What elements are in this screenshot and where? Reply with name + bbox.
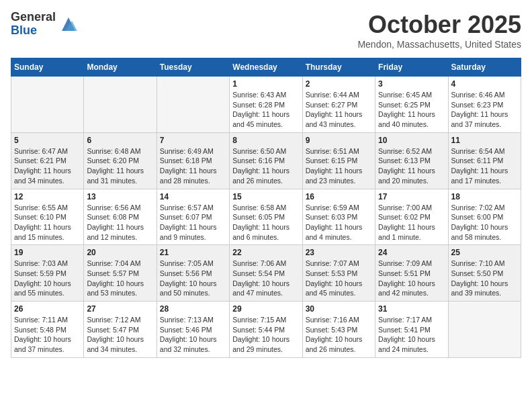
- logo: General Blue: [11, 11, 79, 38]
- day-info: Sunrise: 6:48 AM Sunset: 6:20 PM Dayligh…: [87, 146, 153, 186]
- day-number: 17: [378, 192, 445, 201]
- calendar-cell: 29Sunrise: 7:15 AM Sunset: 5:44 PM Dayli…: [230, 302, 302, 358]
- day-number: 19: [14, 248, 81, 257]
- title-block: October 2025 Mendon, Massachusetts, Unit…: [357, 11, 521, 50]
- weekday-header: Tuesday: [157, 58, 229, 77]
- calendar-cell: 24Sunrise: 7:09 AM Sunset: 5:51 PM Dayli…: [375, 245, 448, 302]
- day-info: Sunrise: 7:07 AM Sunset: 5:53 PM Dayligh…: [306, 259, 372, 298]
- day-number: 25: [451, 248, 518, 257]
- calendar-cell: 22Sunrise: 7:06 AM Sunset: 5:54 PM Dayli…: [230, 245, 302, 302]
- day-info: Sunrise: 6:47 AM Sunset: 6:21 PM Dayligh…: [14, 146, 81, 186]
- calendar-cell: 7Sunrise: 6:49 AM Sunset: 6:18 PM Daylig…: [157, 132, 229, 189]
- weekday-header: Monday: [84, 58, 157, 77]
- day-info: Sunrise: 6:55 AM Sunset: 6:10 PM Dayligh…: [14, 203, 81, 242]
- day-info: Sunrise: 7:10 AM Sunset: 5:50 PM Dayligh…: [451, 259, 518, 298]
- weekday-header: Wednesday: [230, 58, 302, 77]
- calendar-cell: 2Sunrise: 6:44 AM Sunset: 6:27 PM Daylig…: [302, 77, 375, 133]
- calendar-cell: 30Sunrise: 7:16 AM Sunset: 5:43 PM Dayli…: [302, 302, 375, 358]
- month-title: October 2025: [357, 11, 521, 39]
- day-number: 2: [306, 79, 372, 89]
- calendar-cell: 3Sunrise: 6:45 AM Sunset: 6:25 PM Daylig…: [375, 77, 448, 133]
- day-info: Sunrise: 7:04 AM Sunset: 5:57 PM Dayligh…: [87, 259, 153, 298]
- day-info: Sunrise: 6:59 AM Sunset: 6:03 PM Dayligh…: [306, 203, 372, 242]
- calendar-cell: [157, 77, 229, 133]
- day-info: Sunrise: 6:46 AM Sunset: 6:23 PM Dayligh…: [451, 90, 518, 130]
- day-info: Sunrise: 7:06 AM Sunset: 5:54 PM Dayligh…: [232, 259, 299, 298]
- day-info: Sunrise: 7:09 AM Sunset: 5:51 PM Dayligh…: [378, 259, 445, 298]
- day-info: Sunrise: 6:43 AM Sunset: 6:28 PM Dayligh…: [232, 90, 299, 130]
- day-number: 11: [451, 136, 518, 145]
- day-number: 28: [160, 304, 226, 314]
- day-number: 18: [451, 192, 518, 201]
- calendar-cell: 13Sunrise: 6:56 AM Sunset: 6:08 PM Dayli…: [84, 189, 157, 245]
- day-info: Sunrise: 6:50 AM Sunset: 6:16 PM Dayligh…: [232, 146, 299, 186]
- day-number: 16: [306, 192, 372, 201]
- day-info: Sunrise: 7:16 AM Sunset: 5:43 PM Dayligh…: [306, 315, 372, 355]
- day-number: 30: [306, 304, 372, 314]
- day-number: 10: [378, 136, 445, 145]
- calendar-cell: 15Sunrise: 6:58 AM Sunset: 6:05 PM Dayli…: [230, 189, 302, 245]
- calendar-cell: 1Sunrise: 6:43 AM Sunset: 6:28 PM Daylig…: [230, 77, 302, 133]
- day-number: 4: [451, 79, 518, 89]
- day-number: 3: [378, 79, 445, 89]
- weekday-header: Thursday: [302, 58, 375, 77]
- calendar-cell: 25Sunrise: 7:10 AM Sunset: 5:50 PM Dayli…: [448, 245, 521, 302]
- calendar-cell: 16Sunrise: 6:59 AM Sunset: 6:03 PM Dayli…: [302, 189, 375, 245]
- calendar-table: SundayMondayTuesdayWednesdayThursdayFrid…: [11, 58, 521, 358]
- calendar-week-row: 1Sunrise: 6:43 AM Sunset: 6:28 PM Daylig…: [11, 77, 521, 133]
- day-number: 12: [14, 192, 81, 201]
- calendar-week-row: 12Sunrise: 6:55 AM Sunset: 6:10 PM Dayli…: [11, 189, 521, 245]
- day-number: 21: [160, 248, 226, 257]
- day-number: 23: [306, 248, 372, 257]
- calendar-cell: 8Sunrise: 6:50 AM Sunset: 6:16 PM Daylig…: [230, 132, 302, 189]
- calendar-cell: 12Sunrise: 6:55 AM Sunset: 6:10 PM Dayli…: [11, 189, 84, 245]
- calendar-cell: [84, 77, 157, 133]
- logo-blue: Blue: [11, 24, 56, 38]
- page-header: General Blue October 2025 Mendon, Massac…: [11, 11, 521, 50]
- day-info: Sunrise: 6:51 AM Sunset: 6:15 PM Dayligh…: [306, 146, 372, 186]
- calendar-cell: 31Sunrise: 7:17 AM Sunset: 5:41 PM Dayli…: [375, 302, 448, 358]
- day-info: Sunrise: 6:58 AM Sunset: 6:05 PM Dayligh…: [232, 203, 299, 242]
- calendar-cell: 27Sunrise: 7:12 AM Sunset: 5:47 PM Dayli…: [84, 302, 157, 358]
- day-info: Sunrise: 7:03 AM Sunset: 5:59 PM Dayligh…: [14, 259, 81, 298]
- calendar-cell: 18Sunrise: 7:02 AM Sunset: 6:00 PM Dayli…: [448, 189, 521, 245]
- logo-icon: [58, 14, 79, 34]
- calendar-cell: 11Sunrise: 6:54 AM Sunset: 6:11 PM Dayli…: [448, 132, 521, 189]
- day-number: 29: [232, 304, 299, 314]
- day-number: 22: [232, 248, 299, 257]
- calendar-week-row: 26Sunrise: 7:11 AM Sunset: 5:48 PM Dayli…: [11, 302, 521, 358]
- day-info: Sunrise: 7:02 AM Sunset: 6:00 PM Dayligh…: [451, 203, 518, 242]
- day-number: 15: [232, 192, 299, 201]
- day-info: Sunrise: 6:44 AM Sunset: 6:27 PM Dayligh…: [306, 90, 372, 130]
- day-number: 7: [160, 136, 226, 145]
- day-number: 14: [160, 192, 226, 201]
- calendar-cell: 9Sunrise: 6:51 AM Sunset: 6:15 PM Daylig…: [302, 132, 375, 189]
- calendar-cell: 28Sunrise: 7:13 AM Sunset: 5:46 PM Dayli…: [157, 302, 229, 358]
- day-info: Sunrise: 7:17 AM Sunset: 5:41 PM Dayligh…: [378, 315, 445, 355]
- day-info: Sunrise: 7:05 AM Sunset: 5:56 PM Dayligh…: [160, 259, 226, 298]
- day-info: Sunrise: 7:13 AM Sunset: 5:46 PM Dayligh…: [160, 315, 226, 355]
- calendar-week-row: 19Sunrise: 7:03 AM Sunset: 5:59 PM Dayli…: [11, 245, 521, 302]
- calendar-cell: 4Sunrise: 6:46 AM Sunset: 6:23 PM Daylig…: [448, 77, 521, 133]
- day-info: Sunrise: 6:56 AM Sunset: 6:08 PM Dayligh…: [87, 203, 153, 242]
- day-number: 27: [87, 304, 153, 314]
- day-info: Sunrise: 6:57 AM Sunset: 6:07 PM Dayligh…: [160, 203, 226, 242]
- calendar-cell: 21Sunrise: 7:05 AM Sunset: 5:56 PM Dayli…: [157, 245, 229, 302]
- calendar-cell: 17Sunrise: 7:00 AM Sunset: 6:02 PM Dayli…: [375, 189, 448, 245]
- calendar-cell: [448, 302, 521, 358]
- day-number: 31: [378, 304, 445, 314]
- calendar-cell: 19Sunrise: 7:03 AM Sunset: 5:59 PM Dayli…: [11, 245, 84, 302]
- calendar-cell: 6Sunrise: 6:48 AM Sunset: 6:20 PM Daylig…: [84, 132, 157, 189]
- day-number: 24: [378, 248, 445, 257]
- calendar-week-row: 5Sunrise: 6:47 AM Sunset: 6:21 PM Daylig…: [11, 132, 521, 189]
- logo-general: General: [11, 11, 56, 24]
- day-number: 1: [232, 79, 299, 89]
- day-info: Sunrise: 6:54 AM Sunset: 6:11 PM Dayligh…: [451, 146, 518, 186]
- calendar-cell: [11, 77, 84, 133]
- calendar-cell: 14Sunrise: 6:57 AM Sunset: 6:07 PM Dayli…: [157, 189, 229, 245]
- calendar-cell: 23Sunrise: 7:07 AM Sunset: 5:53 PM Dayli…: [302, 245, 375, 302]
- day-number: 8: [232, 136, 299, 145]
- day-info: Sunrise: 7:12 AM Sunset: 5:47 PM Dayligh…: [87, 315, 153, 355]
- calendar-cell: 10Sunrise: 6:52 AM Sunset: 6:13 PM Dayli…: [375, 132, 448, 189]
- day-info: Sunrise: 6:45 AM Sunset: 6:25 PM Dayligh…: [378, 90, 445, 130]
